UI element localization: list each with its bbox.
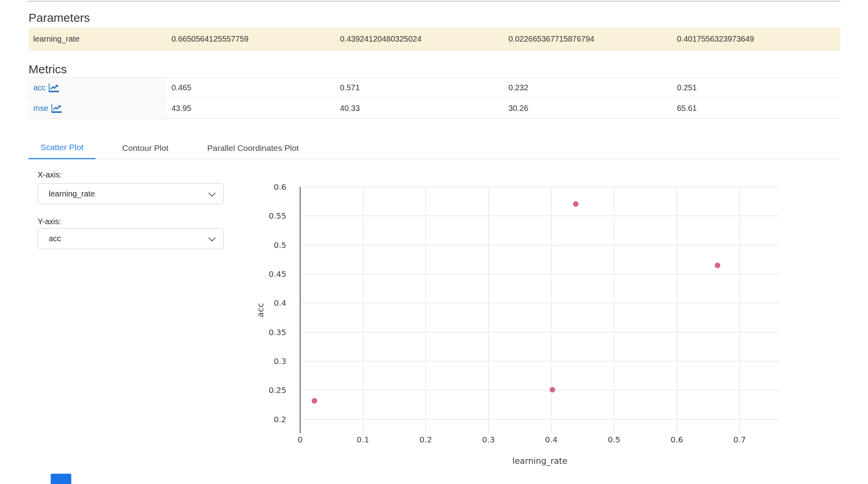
- parameter-name-cell: learning_rate: [29, 28, 166, 50]
- y-gridline: [300, 419, 780, 420]
- y-tick-label: 0.2: [243, 415, 286, 424]
- x-tick-label: 0.2: [402, 435, 449, 444]
- x-axis-select-value: learning_rate: [49, 189, 95, 198]
- x-tick-label: 0.7: [716, 435, 763, 444]
- metric-value-cell: 0.251: [672, 78, 841, 98]
- metric-value-cell: 30.26: [503, 98, 672, 118]
- y-gridline: [300, 332, 780, 333]
- scatter-point[interactable]: [550, 387, 555, 393]
- y-gridline: [300, 390, 780, 391]
- y-gridline: [300, 361, 780, 362]
- metric-link-mse[interactable]: mse: [33, 104, 62, 113]
- tab-parallel-coordinates-plot[interactable]: Parallel Coordinates Plot: [195, 137, 310, 159]
- x-tick-label: 0: [276, 435, 324, 444]
- metric-value-cell: 0.571: [335, 78, 504, 98]
- metric-value-cell: 0.232: [503, 78, 672, 98]
- x-axis-select[interactable]: learning_rate: [38, 183, 224, 204]
- x-gridline: [363, 187, 364, 433]
- x-gridline: [676, 187, 677, 433]
- metric-row-mse: mse 43.95 40.33 30.26 65.61: [29, 98, 840, 119]
- x-gridline: [488, 187, 489, 433]
- metric-link-label: mse: [33, 104, 48, 113]
- bottom-left-partial-button[interactable]: [51, 474, 71, 484]
- top-divider: [28, 1, 840, 2]
- parameter-value-cell: 0.022665367715876794: [503, 28, 672, 50]
- chart-line-icon: [51, 104, 62, 113]
- metric-name-cell: acc: [29, 78, 166, 98]
- y-tick-label: 0.6: [243, 182, 286, 192]
- chevron-down-icon: [208, 234, 215, 241]
- parameter-value-cell: 0.43924120480325024: [335, 28, 504, 50]
- metric-link-label: acc: [33, 83, 46, 92]
- parameter-value-cell: 0.6650564125557759: [166, 28, 335, 50]
- tab-contour-plot[interactable]: Contour Plot: [110, 137, 181, 159]
- y-tick-label: 0.55: [243, 211, 286, 221]
- y-tick-label: 0.35: [243, 328, 286, 337]
- metric-link-acc[interactable]: acc: [33, 83, 59, 92]
- x-gridline: [425, 187, 426, 433]
- y-axis-select-value: acc: [49, 234, 61, 243]
- metric-value-cell: 0.465: [166, 78, 335, 98]
- metric-row-acc: acc 0.465 0.571 0.232 0.251: [29, 78, 840, 98]
- y-gridline: [300, 187, 780, 187]
- y-axis-label: Y-axis:: [38, 217, 61, 226]
- metric-value-cell: 43.95: [166, 98, 335, 118]
- chart-line-icon: [49, 84, 59, 92]
- metrics-table: acc 0.465 0.571 0.232 0.251 mse: [29, 77, 840, 119]
- tab-scatter-plot[interactable]: Scatter Plot: [29, 137, 95, 159]
- scatter-point[interactable]: [573, 201, 579, 207]
- y-tick-label: 0.4: [243, 298, 286, 308]
- y-gridline: [300, 303, 780, 303]
- y-axis-select[interactable]: acc: [38, 228, 224, 249]
- y-axis-line: [300, 187, 301, 433]
- y-tick-label: 0.45: [243, 269, 286, 279]
- metric-name-cell: mse: [29, 98, 166, 118]
- x-tick-label: 0.1: [339, 435, 387, 444]
- tab-bar: Scatter Plot Contour Plot Parallel Coord…: [29, 137, 840, 159]
- y-gridline: [300, 215, 780, 216]
- x-axis-title: learning_rate: [512, 456, 567, 466]
- x-gridline: [551, 187, 552, 433]
- parameter-row: learning_rate 0.6650564125557759 0.43924…: [29, 28, 840, 50]
- metric-value-cell: 40.33: [335, 98, 504, 118]
- x-gridline: [739, 187, 740, 433]
- x-tick-label: 0.4: [527, 435, 575, 444]
- y-tick-label: 0.3: [243, 356, 286, 366]
- x-tick-label: 0.3: [465, 435, 512, 444]
- metric-value-cell: 65.61: [672, 98, 841, 118]
- y-tick-label: 0.25: [243, 385, 286, 395]
- x-tick-label: 0.6: [653, 435, 700, 444]
- x-axis-label: X-axis:: [38, 170, 62, 179]
- y-axis-title: acc: [256, 303, 265, 317]
- scatter-point[interactable]: [312, 398, 317, 404]
- x-gridline: [614, 187, 615, 433]
- x-tick-label: 0.5: [590, 435, 638, 444]
- scatter-point[interactable]: [715, 263, 720, 268]
- y-gridline: [300, 245, 780, 246]
- parameters-heading: Parameters: [29, 12, 90, 24]
- parameter-value-cell: 0.4017556323973649: [672, 28, 841, 50]
- y-tick-label: 0.5: [243, 240, 286, 250]
- metrics-heading: Metrics: [29, 63, 67, 75]
- chevron-down-icon: [208, 189, 215, 196]
- y-gridline: [300, 274, 780, 274]
